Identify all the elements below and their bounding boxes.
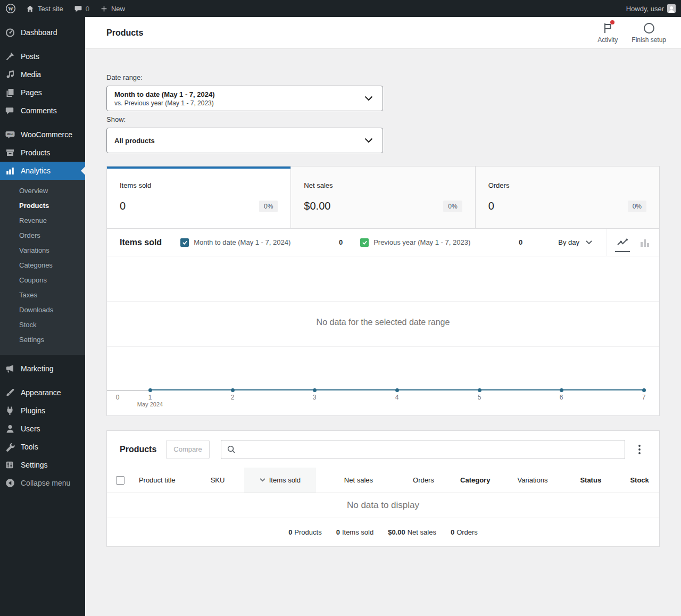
site-link[interactable]: Test site	[20, 0, 69, 17]
sidebar-item-label: Users	[21, 424, 40, 433]
sidebar-item-pages[interactable]: Pages	[0, 84, 85, 102]
sidebar-item-tools[interactable]: Tools	[0, 438, 85, 456]
sidebar-item-settings[interactable]: Settings	[0, 456, 85, 474]
date-range-select[interactable]: Month to date (May 1 - 7, 2024) vs. Prev…	[106, 86, 383, 111]
chart-plot-area: No data for the selected date range	[107, 256, 659, 390]
tile-orders[interactable]: Orders 0 0%	[476, 167, 659, 228]
legend-label: Previous year (May 1 - 7, 2023)	[373, 238, 470, 246]
comment-bubble-icon	[74, 4, 82, 13]
sidebar-item-marketing[interactable]: Marketing	[0, 360, 85, 378]
comments-shortcut[interactable]: 0	[69, 0, 95, 17]
sidebar-item-plugins[interactable]: Plugins	[0, 402, 85, 420]
checkbox-checked[interactable]	[360, 238, 369, 247]
column-variations[interactable]: Variations	[504, 468, 562, 493]
sidebar-item-label: Collapse menu	[21, 479, 70, 487]
activity-button[interactable]: Activity	[597, 22, 618, 44]
sidebar-item-products[interactable]: Products	[0, 144, 85, 162]
x-tick: 1	[148, 394, 152, 401]
search-input[interactable]	[240, 445, 619, 453]
tile-delta-badge: 0%	[259, 201, 278, 212]
submenu-item-categories[interactable]: Categories	[0, 258, 85, 273]
sidebar-item-label: Marketing	[21, 364, 53, 373]
sidebar-item-users[interactable]: Users	[0, 420, 85, 438]
gridline	[107, 301, 659, 302]
submenu-item-products[interactable]: Products	[0, 198, 85, 213]
user-silhouette-icon	[668, 6, 675, 13]
svg-text:W: W	[8, 6, 13, 12]
sidebar-item-comments[interactable]: Comments	[0, 102, 85, 120]
sidebar-item-collapse-menu[interactable]: Collapse menu	[0, 474, 85, 492]
axis-dot	[231, 388, 235, 392]
sidebar-item-woocommerce[interactable]: Woo WooCommerce	[0, 126, 85, 144]
date-range-label: Date range:	[106, 73, 660, 81]
progress-circle-icon	[643, 22, 655, 35]
home-icon	[26, 4, 35, 13]
sidebar-item-label: Settings	[21, 461, 48, 469]
column-sku[interactable]: SKU	[204, 468, 244, 493]
sidebar-item-dashboard[interactable]: Dashboard	[0, 23, 85, 41]
finish-setup-button[interactable]: Finish setup	[632, 22, 666, 44]
bar-chart-button[interactable]	[638, 237, 651, 248]
submenu-item-taxes[interactable]: Taxes	[0, 288, 85, 303]
bar-chart-icon	[5, 165, 15, 176]
show-label: Show:	[106, 115, 660, 123]
table-title: Products	[120, 445, 156, 454]
chart-card: Items sold Month to date (May 1 - 7, 202…	[106, 229, 660, 416]
submenu-item-overview[interactable]: Overview	[0, 184, 85, 198]
column-orders[interactable]: Orders	[381, 468, 447, 493]
axis-dot	[560, 388, 563, 392]
sidebar-item-label: Plugins	[21, 406, 45, 415]
sort-desc-icon	[260, 478, 265, 482]
submenu-item-revenue[interactable]: Revenue	[0, 213, 85, 228]
wordpress-logo[interactable]: W	[0, 0, 20, 17]
submenu-item-coupons[interactable]: Coupons	[0, 273, 85, 288]
legend-previous-period[interactable]: Previous year (May 1 - 7, 2023) 0	[360, 238, 522, 247]
compare-button[interactable]: Compare	[166, 440, 209, 459]
chevron-down-icon	[364, 138, 373, 143]
x-tick: 7	[642, 394, 646, 401]
submenu-item-orders[interactable]: Orders	[0, 228, 85, 243]
sidebar: Dashboard Posts Media Pages Comments	[0, 17, 85, 616]
summary-orders: 0Orders	[451, 528, 478, 536]
legend-current-period[interactable]: Month to date (May 1 - 7, 2024) 0	[180, 238, 343, 247]
line-chart-icon	[616, 238, 629, 247]
table-summary: 0Products 0Items sold $0.00Net sales 0Or…	[107, 518, 659, 546]
interval-select[interactable]: By day	[558, 238, 592, 246]
submenu-item-variations[interactable]: Variations	[0, 243, 85, 258]
check-icon	[182, 240, 188, 245]
sidebar-item-analytics[interactable]: Analytics	[0, 162, 85, 180]
sidebar-item-posts[interactable]: Posts	[0, 47, 85, 65]
submenu-item-downloads[interactable]: Downloads	[0, 303, 85, 318]
chart-title: Items sold	[120, 238, 162, 247]
sidebar-item-media[interactable]: Media	[0, 65, 85, 84]
activity-label: Activity	[597, 36, 618, 44]
check-icon	[362, 240, 368, 245]
table-empty-message: No data to display	[107, 493, 659, 518]
search-box[interactable]	[221, 440, 625, 459]
column-product-title[interactable]: Product title	[134, 468, 204, 493]
column-items-sold[interactable]: Items sold	[244, 468, 317, 493]
legend-value: 0	[519, 238, 522, 246]
admin-bar: W Test site 0 New Howdy, user	[0, 0, 681, 17]
tile-items-sold[interactable]: Items sold 0 0%	[107, 167, 291, 228]
dashboard-icon	[5, 27, 15, 38]
account-menu[interactable]: Howdy, user	[621, 0, 681, 17]
checkbox-checked[interactable]	[180, 238, 189, 247]
new-content-button[interactable]: New	[95, 0, 130, 17]
sidebar-item-label: Tools	[21, 443, 38, 451]
line-chart-button[interactable]	[615, 237, 630, 248]
tile-net-sales[interactable]: Net sales $0.00 0%	[291, 167, 475, 228]
page-title: Products	[106, 28, 143, 38]
date-range-comparison: vs. Previous year (May 1 - 7, 2023)	[114, 99, 364, 107]
user-icon	[5, 423, 15, 434]
select-all-checkbox[interactable]	[116, 476, 124, 485]
show-select[interactable]: All products	[106, 128, 383, 153]
sidebar-item-appearance[interactable]: Appearance	[0, 384, 85, 402]
site-name: Test site	[38, 5, 63, 13]
comments-icon	[5, 106, 15, 115]
submenu-item-settings[interactable]: Settings	[0, 332, 85, 347]
x-tick: 0	[116, 394, 120, 401]
table-menu-button[interactable]	[633, 440, 646, 459]
column-net-sales[interactable]: Net sales	[316, 468, 381, 493]
submenu-item-stock[interactable]: Stock	[0, 318, 85, 332]
